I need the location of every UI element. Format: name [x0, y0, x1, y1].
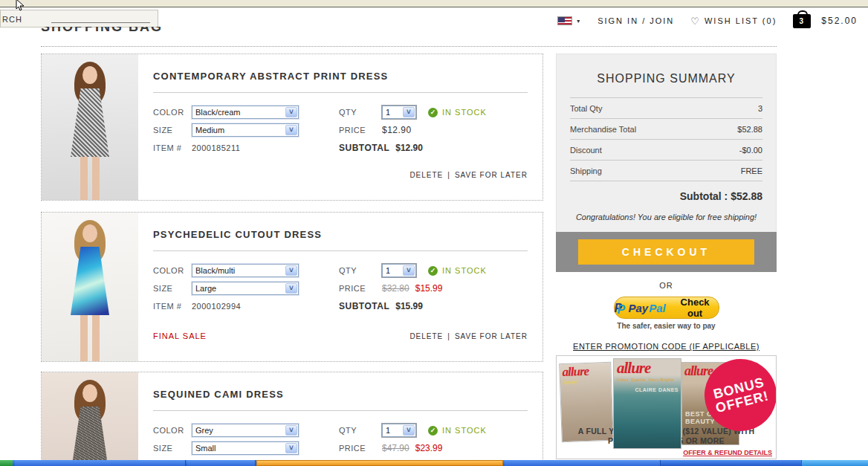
footer-divider: | — [447, 171, 450, 179]
final-sale-badge: FINAL SALE — [153, 331, 207, 340]
size-label: SIZE — [153, 126, 192, 135]
select-arrow-icon[interactable]: ˅ — [403, 107, 415, 117]
color-value: Black/cream — [195, 108, 241, 117]
summary-row-value: $52.88 — [737, 125, 762, 134]
stock-status: IN STOCK — [442, 266, 487, 275]
size-value: Small — [195, 444, 216, 453]
mouse-cursor — [15, 0, 25, 12]
shopping-summary-panel: SHOPPING SUMMARY Total Qty 3 Merchandise… — [556, 54, 777, 232]
select-arrow-icon[interactable]: ˅ — [285, 283, 297, 294]
summary-title: SHOPPING SUMMARY — [557, 72, 776, 85]
subtotal-value: $12.90 — [395, 143, 423, 153]
summary-row-value: FREE — [741, 166, 762, 175]
size-label: SIZE — [153, 444, 192, 453]
summary-row-label: Total Qty — [570, 104, 602, 113]
summary-row: Discount -$0.00 — [570, 140, 762, 161]
color-select[interactable]: Grey ˅ — [192, 424, 299, 437]
product-image[interactable] — [42, 54, 138, 200]
save-for-later-link[interactable]: SAVE FOR LATER — [455, 332, 528, 340]
top-navigation: ▾ SIGN IN / JOIN ♡ WISH LIST (0) 3 $52.0… — [557, 13, 858, 29]
sign-in-link[interactable]: SIGN IN / JOIN — [597, 16, 674, 25]
footer-divider: | — [447, 332, 450, 340]
paypal-checkout-button[interactable]: P P Pay Pal Check out — [614, 297, 719, 319]
paypal-logo-icon: P P — [615, 302, 625, 314]
product-title[interactable]: PSYCHEDELIC CUTOUT DRESS — [153, 229, 528, 240]
price-label: PRICE — [339, 444, 382, 453]
system-tray[interactable] — [801, 460, 868, 466]
color-value: Grey — [195, 426, 213, 435]
qty-select[interactable]: 1 ˅ — [382, 424, 416, 437]
subtotal-label: SUBTOTAL — [339, 301, 389, 311]
us-flag-icon — [557, 16, 572, 25]
color-label: COLOR — [153, 266, 192, 275]
delete-link[interactable]: DELETE — [409, 171, 443, 179]
search-input[interactable] — [51, 22, 150, 23]
stock-status: IN STOCK — [442, 426, 487, 435]
qty-select[interactable]: 1 ˅ — [382, 106, 416, 119]
bonus-offer-ad[interactable]: allure Smile! allure Glitter, Sparkle, N… — [556, 355, 777, 459]
select-arrow-icon[interactable]: ˅ — [285, 265, 297, 276]
offer-details-link[interactable]: OFFER & REFUND DETAILS — [683, 449, 772, 456]
start-button[interactable] — [0, 460, 13, 466]
size-select[interactable]: Small ˅ — [192, 441, 299, 455]
stock-status: IN STOCK — [442, 108, 487, 117]
select-arrow-icon[interactable]: ˅ — [403, 265, 415, 276]
summary-subtotal: Subtotal : $52.88 — [557, 190, 762, 202]
paypal-tagline: The safer, easier way to pay — [556, 322, 777, 330]
wish-list-label: WISH LIST (0) — [705, 16, 777, 25]
size-label: SIZE — [153, 284, 192, 293]
free-shipping-message: Congratulations! You are eligible for fr… — [557, 213, 776, 221]
country-selector[interactable]: ▾ — [557, 16, 581, 25]
bag-count-badge: 3 — [800, 17, 806, 25]
size-select[interactable]: Medium ˅ — [192, 123, 299, 137]
color-select[interactable]: Black/cream ˅ — [192, 106, 299, 119]
instock-check-icon: ✓ — [428, 266, 438, 276]
qty-select[interactable]: 1 ˅ — [382, 264, 416, 277]
delete-link[interactable]: DELETE — [409, 332, 443, 340]
original-price: $47.90 — [382, 443, 409, 453]
summary-row: Shipping FREE — [570, 161, 762, 181]
taskbar-button[interactable] — [505, 460, 661, 466]
size-select[interactable]: Large ˅ — [192, 282, 299, 295]
qty-value: 1 — [386, 266, 390, 275]
checkout-button[interactable]: CHECKOUT — [578, 239, 754, 265]
search-box[interactable]: RCH — [0, 10, 158, 27]
taskbar-button[interactable] — [15, 460, 186, 466]
product-title[interactable]: SEQUINED CAMI DRESS — [153, 389, 528, 400]
wish-list-link[interactable]: ♡ WISH LIST (0) — [690, 16, 777, 27]
divider — [153, 250, 528, 251]
os-taskbar — [0, 460, 868, 466]
color-select[interactable]: Black/multi ˅ — [192, 264, 299, 277]
select-arrow-icon[interactable]: ˅ — [285, 107, 297, 117]
price-label: PRICE — [339, 284, 382, 293]
select-arrow-icon[interactable]: ˅ — [285, 425, 297, 436]
color-value: Black/multi — [195, 266, 235, 275]
page-title-clip: SHOPPING BAG — [41, 27, 264, 36]
item-number: 2000185211 — [192, 143, 240, 152]
qty-label: QTY — [339, 426, 382, 435]
taskbar-button-active[interactable] — [256, 460, 503, 466]
product-title[interactable]: CONTEMPORARY ABSTRACT PRINT DRESS — [153, 71, 528, 82]
cart-item: SEQUINED CAMI DRESS COLOR Grey ˅ QTY 1 — [41, 372, 543, 466]
select-arrow-icon[interactable]: ˅ — [285, 125, 297, 135]
size-value: Medium — [195, 126, 224, 135]
qty-value: 1 — [386, 108, 390, 117]
shopping-bag-icon[interactable]: 3 — [793, 14, 811, 28]
subtotal-value: $15.99 — [395, 301, 423, 311]
product-image[interactable] — [42, 372, 138, 466]
content-divider — [41, 46, 777, 47]
qty-label: QTY — [339, 108, 382, 117]
paypal-checkout-text: Check out — [672, 297, 719, 319]
item-number: 2000102994 — [192, 302, 241, 311]
bag-total[interactable]: $52.00 — [821, 16, 858, 26]
sale-price: $15.99 — [415, 283, 443, 294]
save-for-later-link[interactable]: SAVE FOR LATER — [455, 171, 528, 179]
window-top-strip — [0, 0, 868, 7]
select-arrow-icon[interactable]: ˅ — [403, 425, 415, 436]
select-arrow-icon[interactable]: ˅ — [285, 443, 297, 453]
product-image[interactable] — [42, 213, 138, 361]
cart-item: PSYCHEDELIC CUTOUT DRESS COLOR Black/mul… — [41, 212, 543, 362]
taskbar-button[interactable] — [187, 460, 256, 466]
promotion-code-link[interactable]: ENTER PROMOTION CODE (IF APPLICABLE) — [573, 342, 760, 351]
divider — [153, 410, 528, 411]
